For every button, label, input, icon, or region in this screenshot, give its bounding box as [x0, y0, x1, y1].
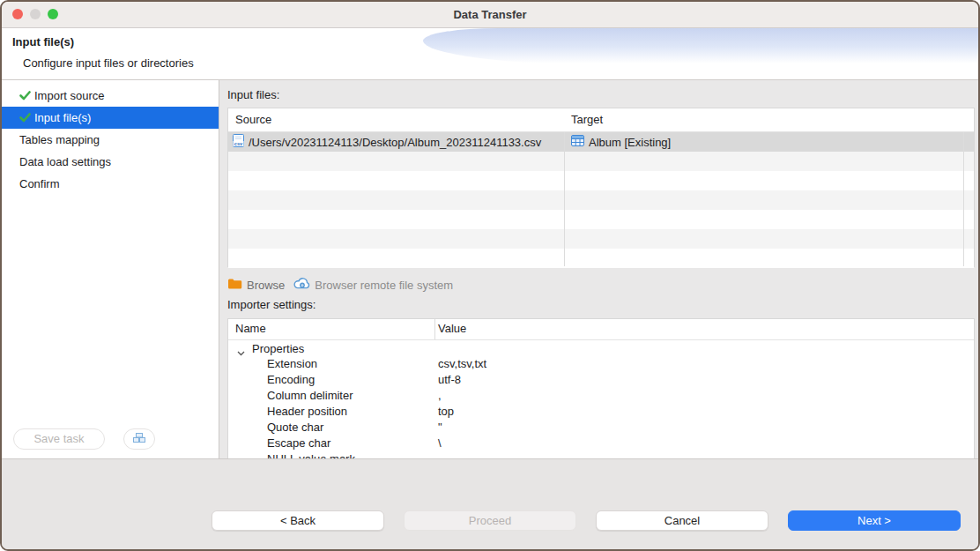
banner-swoosh-decoration	[423, 28, 978, 65]
file-source-path: /Users/v20231124113/Desktop/Album_202311…	[249, 136, 541, 149]
setting-value[interactable]: ,	[438, 388, 442, 404]
settings-row[interactable]: Header positiontop	[228, 404, 974, 420]
empty-file-row	[228, 229, 974, 249]
importer-settings-table: Name Value Properties Extensioncsv,tsv,t…	[227, 318, 975, 459]
settings-row[interactable]: Encodingutf-8	[228, 372, 974, 388]
input-files-label: Input files:	[227, 88, 279, 101]
wizard-steps: Import sourceInput file(s)Tables mapping…	[2, 85, 219, 195]
setting-name: Column delimiter	[267, 388, 353, 404]
settings-row[interactable]: Quote char"	[228, 420, 974, 436]
setting-value[interactable]: utf-8	[438, 372, 461, 388]
setting-name: Encoding	[267, 372, 315, 388]
properties-group-row[interactable]: Properties	[228, 340, 974, 356]
next-button[interactable]: Next >	[788, 510, 961, 531]
check-icon	[19, 113, 34, 123]
sidebar-step-input-file-s[interactable]: Input file(s)	[2, 107, 219, 129]
sidebar-step-import-source[interactable]: Import source	[2, 85, 219, 107]
setting-name: Extension	[267, 356, 317, 372]
column-header-name[interactable]: Name	[235, 319, 266, 339]
empty-file-row	[228, 210, 974, 229]
wizard-page-subtitle: Configure input files or directories	[23, 56, 194, 70]
wizard-page-title: Input file(s)	[12, 35, 74, 48]
settings-rows: Extensioncsv,tsv,txtEncodingutf-8Column …	[228, 356, 974, 459]
files-table-body: csv /Users/v20231124113/Desktop/Album_20…	[228, 132, 974, 268]
check-icon	[19, 91, 34, 101]
empty-file-row	[228, 249, 974, 268]
column-header-source[interactable]: Source	[235, 108, 271, 130]
table-icon	[571, 135, 584, 149]
setting-value[interactable]: csv,tsv,txt	[438, 356, 486, 372]
sidebar-step-label: Tables mapping	[19, 133, 100, 146]
csv-file-icon: csv	[232, 134, 245, 151]
settings-row[interactable]: Extensioncsv,tsv,txt	[228, 356, 974, 372]
empty-rows	[228, 152, 974, 268]
settings-row[interactable]: Column delimiter,	[228, 388, 974, 404]
empty-file-row	[228, 190, 974, 210]
column-divider	[434, 319, 435, 339]
importer-settings-label: Importer settings:	[227, 298, 316, 311]
sidebar-step-label: Input file(s)	[34, 111, 91, 124]
save-task-button[interactable]: Save task	[13, 428, 105, 450]
column-header-value[interactable]: Value	[438, 319, 466, 339]
properties-group-label: Properties	[252, 340, 304, 357]
empty-file-row	[228, 152, 974, 171]
sidebar-step-data-load-settings[interactable]: Data load settings	[2, 151, 219, 173]
wizard-banner: Input file(s) Configure input files or d…	[2, 28, 978, 80]
svg-text:csv: csv	[234, 141, 243, 146]
remote-file-system-label: Browser remote file system	[315, 279, 453, 292]
input-files-table: Source Target csv /User	[227, 108, 975, 267]
setting-name: Quote char	[267, 420, 323, 436]
folder-icon	[227, 278, 242, 293]
tasks-icon	[132, 432, 146, 446]
column-header-target[interactable]: Target	[571, 108, 603, 130]
sidebar-step-label: Data load settings	[19, 155, 111, 168]
setting-value[interactable]: top	[438, 404, 454, 420]
cancel-button[interactable]: Cancel	[596, 510, 768, 531]
settings-row[interactable]: Escape char\	[228, 436, 974, 451]
dialog-footer: < Back Proceed Cancel Next >	[2, 458, 978, 549]
proceed-button[interactable]: Proceed	[404, 510, 576, 531]
browse-button[interactable]: Browse	[227, 278, 285, 293]
window-title: Data Transfer	[2, 2, 978, 27]
setting-name: Header position	[267, 404, 347, 420]
setting-name: Escape char	[267, 436, 330, 451]
sidebar-step-label: Confirm	[19, 177, 60, 190]
sidebar-step-label: Import source	[34, 89, 104, 102]
cloud-icon	[293, 277, 310, 293]
remote-file-system-button[interactable]: Browser remote file system	[293, 277, 453, 293]
setting-value[interactable]: "	[438, 420, 442, 436]
settings-table-header: Name Value	[228, 319, 974, 340]
sidebar-step-tables-mapping[interactable]: Tables mapping	[2, 129, 219, 151]
task-icon-button[interactable]	[123, 428, 155, 450]
file-actions-row: Browse Browser remote file system	[227, 274, 453, 295]
titlebar: Data Transfer	[2, 2, 978, 28]
sidebar-step-confirm[interactable]: Confirm	[2, 173, 219, 195]
data-transfer-dialog: Data Transfer Input file(s) Configure in…	[0, 0, 980, 551]
file-row-selected[interactable]: csv /Users/v20231124113/Desktop/Album_20…	[228, 132, 974, 152]
wizard-sidebar: Import sourceInput file(s)Tables mapping…	[2, 80, 219, 459]
back-button[interactable]: < Back	[212, 510, 384, 531]
main-panel: Input files: Source Target c	[219, 80, 978, 459]
file-target-name: Album [Existing]	[589, 136, 671, 149]
files-table-header: Source Target	[228, 108, 974, 132]
browse-label: Browse	[247, 279, 285, 292]
setting-value[interactable]: \	[438, 436, 442, 451]
empty-file-row	[228, 171, 974, 190]
